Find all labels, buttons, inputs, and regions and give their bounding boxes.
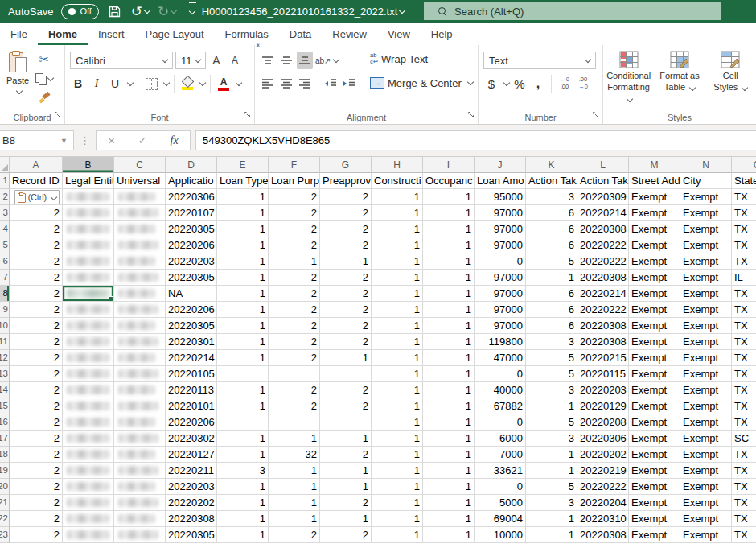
cell-styles-button[interactable]: Cell Styles xyxy=(705,49,755,107)
cell-A3[interactable]: 2 xyxy=(10,205,63,221)
cell-O1[interactable]: State xyxy=(732,173,756,189)
cell-A12[interactable]: 2 xyxy=(10,350,63,366)
cell-M21[interactable]: Exempt xyxy=(629,495,680,511)
font-size-select[interactable]: 11 xyxy=(175,52,206,69)
cell-N3[interactable]: Exempt xyxy=(680,205,732,221)
cell-H3[interactable]: 1 xyxy=(372,205,423,221)
cell-O10[interactable]: TX xyxy=(732,318,756,334)
format-painter-button[interactable] xyxy=(35,89,53,107)
cell-L9[interactable]: 20220222 xyxy=(577,302,629,318)
number-format-select[interactable]: Text xyxy=(483,52,596,69)
cell-J21[interactable]: 5000 xyxy=(475,495,526,511)
cell-C22[interactable] xyxy=(114,511,166,527)
cell-B1[interactable]: Legal Entit xyxy=(63,173,114,189)
cell-D18[interactable]: 20220127 xyxy=(166,447,217,463)
cell-N8[interactable]: Exempt xyxy=(680,286,732,302)
cell-L11[interactable]: 20220308 xyxy=(577,334,629,350)
cell-G10[interactable]: 2 xyxy=(320,318,372,334)
cell-B11[interactable] xyxy=(63,334,114,350)
cell-C17[interactable] xyxy=(114,431,166,447)
number-dialog-launcher[interactable] xyxy=(592,107,599,122)
cell-A14[interactable]: 2 xyxy=(10,382,63,398)
document-title[interactable]: H0000123456_20221010161332_2022.txt xyxy=(187,0,420,23)
cell-B12[interactable] xyxy=(63,350,114,366)
cell-I18[interactable]: 1 xyxy=(423,447,475,463)
cell-N19[interactable]: Exempt xyxy=(680,463,732,479)
cell-O4[interactable]: TX xyxy=(732,221,756,237)
cell-C15[interactable] xyxy=(114,398,166,414)
cell-C20[interactable] xyxy=(114,479,166,495)
cell-A13[interactable]: 2 xyxy=(10,366,63,382)
cell-H14[interactable]: 1 xyxy=(372,382,423,398)
font-color-button[interactable]: A xyxy=(216,75,232,93)
cell-O8[interactable]: TX xyxy=(732,286,756,302)
cell-J15[interactable]: 67882 xyxy=(475,398,526,414)
cell-L14[interactable]: 20220203 xyxy=(577,382,629,398)
cell-J1[interactable]: Loan Amo xyxy=(475,173,526,189)
cell-O19[interactable]: TX xyxy=(732,463,756,479)
cell-K17[interactable]: 3 xyxy=(526,431,577,447)
cell-H4[interactable]: 1 xyxy=(372,221,423,237)
cell-I21[interactable]: 1 xyxy=(423,495,475,511)
cell-N20[interactable]: Exempt xyxy=(680,479,732,495)
cell-I17[interactable]: 1 xyxy=(423,431,475,447)
cell-C23[interactable] xyxy=(114,527,166,543)
cell-D22[interactable]: 20220308 xyxy=(166,511,217,527)
cell-O23[interactable]: TX xyxy=(732,527,756,543)
cell-B16[interactable] xyxy=(63,414,114,431)
row-header-5[interactable]: 5 xyxy=(0,237,10,253)
cell-K7[interactable]: 1 xyxy=(526,270,577,286)
cell-A6[interactable]: 2 xyxy=(10,253,63,270)
cell-E8[interactable]: 1 xyxy=(217,286,269,302)
cell-N2[interactable]: Exempt xyxy=(680,189,732,205)
cell-J9[interactable]: 97000 xyxy=(475,302,526,318)
cell-N23[interactable]: Exempt xyxy=(680,527,732,543)
cell-E4[interactable]: 1 xyxy=(217,221,269,237)
cell-D9[interactable]: 20220206 xyxy=(166,302,217,318)
cell-M8[interactable]: Exempt xyxy=(629,286,680,302)
cell-M12[interactable]: Exempt xyxy=(629,350,680,366)
cell-L2[interactable]: 20220309 xyxy=(577,189,629,205)
row-header-23[interactable]: 23 xyxy=(0,527,10,543)
cell-E9[interactable]: 1 xyxy=(217,302,269,318)
cell-C14[interactable] xyxy=(114,382,166,398)
cell-G15[interactable]: 2 xyxy=(320,398,372,414)
cell-F8[interactable]: 2 xyxy=(269,286,320,302)
row-header-7[interactable]: 7 xyxy=(0,270,10,286)
cell-H6[interactable]: 1 xyxy=(372,253,423,270)
cell-G4[interactable]: 2 xyxy=(320,221,372,237)
cell-H15[interactable]: 1 xyxy=(372,398,423,414)
cell-K16[interactable]: 5 xyxy=(526,414,577,431)
cell-L20[interactable]: 20220222 xyxy=(577,479,629,495)
cell-J13[interactable]: 0 xyxy=(475,366,526,382)
cell-L1[interactable]: Action Tak xyxy=(577,173,629,189)
cell-B6[interactable] xyxy=(63,253,114,270)
cell-J23[interactable]: 10000 xyxy=(475,527,526,543)
cell-G19[interactable]: 1 xyxy=(320,463,372,479)
cell-J22[interactable]: 69004 xyxy=(475,511,526,527)
cell-B3[interactable] xyxy=(63,205,114,221)
cell-M4[interactable]: Exempt xyxy=(629,221,680,237)
cell-H7[interactable]: 1 xyxy=(372,270,423,286)
cell-J19[interactable]: 33621 xyxy=(475,463,526,479)
cell-B10[interactable] xyxy=(63,318,114,334)
row-header-19[interactable]: 19 xyxy=(0,463,10,479)
increase-font-button[interactable]: A˄ xyxy=(208,52,224,69)
cell-M23[interactable]: Exempt xyxy=(629,527,680,543)
cell-D1[interactable]: Applicatio xyxy=(166,173,217,189)
cell-B2[interactable] xyxy=(63,189,114,205)
tab-home[interactable]: Home xyxy=(38,23,88,45)
cell-G20[interactable]: 1 xyxy=(320,479,372,495)
cell-K14[interactable]: 3 xyxy=(526,382,577,398)
cell-M3[interactable]: Exempt xyxy=(629,205,680,221)
cell-K11[interactable]: 3 xyxy=(526,334,577,350)
column-header-A[interactable]: A xyxy=(10,157,63,173)
cell-K8[interactable]: 6 xyxy=(526,286,577,302)
cell-N6[interactable]: Exempt xyxy=(680,253,732,270)
cell-H8[interactable]: 1 xyxy=(372,286,423,302)
cell-B15[interactable] xyxy=(63,398,114,414)
bold-button[interactable]: B xyxy=(70,75,86,93)
column-header-D[interactable]: D xyxy=(166,157,217,173)
cell-M14[interactable]: Exempt xyxy=(629,382,680,398)
cell-D6[interactable]: 20220203 xyxy=(166,253,217,270)
